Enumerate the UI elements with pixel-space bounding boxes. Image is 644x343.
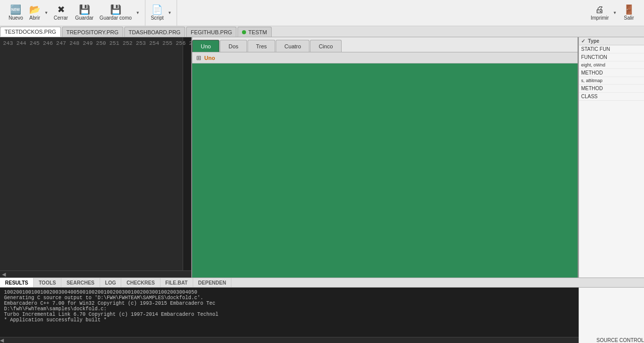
code-content: 243 244 245 246 247 248 249 250 251 252 … [0, 37, 191, 270]
nuevo-icon: 🆕 [10, 5, 21, 14]
type-method-2-name: s, aBitmap [579, 77, 644, 85]
guardar-como-label: Guardar como [100, 15, 132, 21]
horizontal-scroll[interactable]: ◀ [0, 270, 191, 278]
bottom-row: 1002001001001002003004005001002001002003… [0, 288, 644, 343]
toolbar-group-script: 📄 Script ▼ [145, 0, 177, 26]
file-tabs: TESTDOCKOS.PRG TREPOSITORY.PRG TDASHBOAR… [0, 26, 644, 37]
bottom-area: RESULTS TOOLS SEARCHES LOG CHECKRES FILE… [0, 278, 644, 343]
table-row: FUNCTION [579, 53, 644, 61]
salir-label: Salir [624, 15, 634, 21]
preview-tab-dos[interactable]: Dos [220, 40, 247, 52]
imprimir-icon: 🖨 [595, 5, 604, 14]
toolbar: 🆕 Nuevo 📂 Abrir ▼ ✖ Cerrar 💾 Guardar 💾 G… [0, 0, 644, 26]
main-area: 243 244 245 246 247 248 249 250 251 252 … [0, 37, 644, 278]
preview-tab-cinco[interactable]: Cinco [310, 40, 341, 52]
line-numbers: 243 244 245 246 247 248 249 250 251 252 … [0, 37, 183, 270]
imprimir-main[interactable]: 🖨 Imprimir [588, 4, 611, 22]
tab-trepository-label: TREPOSITORY.PRG [66, 29, 119, 35]
toolbar-group-file: 🆕 Nuevo 📂 Abrir ▼ ✖ Cerrar 💾 Guardar 💾 G… [2, 0, 145, 26]
script-button[interactable]: 📄 Script ▼ [148, 4, 174, 22]
output-line: D:\fwh\FwhTeam\samples\dockfold.c: [4, 306, 575, 312]
right-panel: ✓ Type STATIC FUN FUNCTION eight, oWnd M… [579, 37, 644, 278]
preview-title: Uno [204, 55, 215, 61]
tab-testm-label: TESTM [248, 29, 267, 35]
output-line: Generating C source output to 'D:\FWH\FW… [4, 295, 575, 301]
preview-tab-cuatro[interactable]: Cuatro [276, 40, 309, 52]
nuevo-button[interactable]: 🆕 Nuevo [5, 4, 27, 22]
salir-icon: 🚪 [623, 5, 634, 14]
type-method-1: METHOD [579, 69, 644, 77]
tab-checkres[interactable]: CHECKRES [121, 278, 160, 287]
type-class: CLASS [579, 93, 644, 101]
tab-testdockos[interactable]: TESTDOCKOS.PRG [0, 27, 61, 37]
script-arrow[interactable]: ▼ [166, 4, 174, 22]
preview-tab-tres[interactable]: Tres [248, 40, 276, 52]
table-row: METHOD [579, 69, 644, 77]
tab-results[interactable]: RESULTS [0, 278, 34, 287]
type-method-2: METHOD [579, 85, 644, 93]
guardar-como-button[interactable]: 💾 Guardar como ▼ [97, 4, 142, 22]
tab-fegithub[interactable]: FEGITHUB.PRG [186, 27, 237, 37]
scroll-left-icon[interactable]: ◀ [2, 271, 6, 277]
bottom-scroll[interactable]: ◀ [0, 337, 579, 343]
guardar-como-icon: 💾 [110, 5, 121, 14]
imprimir-label: Imprimir [591, 15, 609, 21]
table-row: METHOD [579, 85, 644, 93]
bottom-left: 1002001001001002003004005001002001002003… [0, 288, 579, 343]
abrir-button[interactable]: 📂 Abrir ▼ [27, 4, 50, 22]
abrir-arrow[interactable]: ▼ [43, 4, 50, 22]
preview-canvas[interactable] [192, 63, 578, 278]
code-lines[interactable]: oWnd := GetWndDef lPixel := .F.,; lDesig… [183, 37, 191, 270]
table-row: s, aBitmap [579, 77, 644, 85]
guardar-icon: 💾 [79, 5, 90, 14]
preview-title-bar: ⊞ Uno [192, 52, 578, 63]
guardar-como-main[interactable]: 💾 Guardar como [97, 4, 134, 22]
output-line: 1002001001001002003004005001002001002003… [4, 290, 575, 295]
type-table: ✓ Type STATIC FUN FUNCTION eight, oWnd M… [579, 37, 644, 101]
table-row: CLASS [579, 93, 644, 101]
script-main[interactable]: 📄 Script [148, 4, 167, 22]
tab-fegithub-label: FEGITHUB.PRG [191, 29, 232, 35]
abrir-main[interactable]: 📂 Abrir [27, 4, 43, 22]
code-panel: 243 244 245 246 247 248 249 250 251 252 … [0, 37, 191, 278]
type-col-header: ✓ Type [579, 37, 644, 45]
tab-trepository[interactable]: TREPOSITORY.PRG [62, 27, 123, 37]
imprimir-button[interactable]: 🖨 Imprimir ▼ [588, 4, 619, 22]
preview-tab-uno[interactable]: Uno [192, 40, 219, 52]
type-function: FUNCTION [579, 53, 644, 61]
output-line: * Application successfully built * [4, 317, 575, 323]
tab-tools[interactable]: TOOLS [34, 278, 61, 287]
script-icon: 📄 [151, 5, 163, 14]
tab-tdashboard-label: TDASHBOARD.PRG [129, 29, 181, 35]
tab-dependen[interactable]: DEPENDEN [193, 278, 232, 287]
guardar-button[interactable]: 💾 Guardar [71, 4, 97, 22]
table-row: eight, oWnd [579, 61, 644, 69]
guardar-como-arrow[interactable]: ▼ [134, 4, 142, 22]
dot-indicator [242, 30, 246, 34]
tab-tdashboard[interactable]: TDASHBOARD.PRG [124, 27, 185, 37]
bottom-content[interactable]: 1002001001001002003004005001002001002003… [0, 288, 579, 337]
abrir-label: Abrir [29, 15, 40, 21]
preview-panel: Uno Dos Tres Cuatro Cinco ⊞ Uno [191, 37, 579, 278]
tab-searches[interactable]: SEARCHES [61, 278, 100, 287]
code-scroll: 243 244 245 246 247 248 249 250 251 252 … [0, 37, 191, 270]
bottom-scroll-left-icon[interactable]: ◀ [0, 337, 4, 343]
cerrar-label: Cerrar [54, 15, 68, 21]
cerrar-button[interactable]: ✖ Cerrar [50, 4, 71, 22]
table-row: STATIC FUN [579, 45, 644, 53]
bottom-tabs: RESULTS TOOLS SEARCHES LOG CHECKRES FILE… [0, 278, 644, 288]
bottom-right-panel: SOURCE CONTROL [579, 288, 644, 343]
imprimir-arrow[interactable]: ▼ [611, 4, 619, 22]
type-static-fun: STATIC FUN [579, 45, 644, 53]
output-line: Embarcadero C++ 7.00 for Win32 Copyright… [4, 301, 575, 306]
tab-file-bat[interactable]: FILE.BAT [160, 278, 193, 287]
nuevo-label: Nuevo [9, 15, 23, 21]
script-label: Script [151, 15, 164, 21]
source-control-label: SOURCE CONTROL [597, 337, 644, 343]
tab-testm[interactable]: TESTM [237, 27, 271, 37]
grid-icon: ⊞ [196, 54, 201, 61]
tab-log[interactable]: LOG [100, 278, 122, 287]
tab-testdockos-label: TESTDOCKOS.PRG [5, 29, 56, 35]
salir-button[interactable]: 🚪 Salir [619, 4, 639, 22]
preview-tabs-bar: Uno Dos Tres Cuatro Cinco [192, 37, 578, 52]
